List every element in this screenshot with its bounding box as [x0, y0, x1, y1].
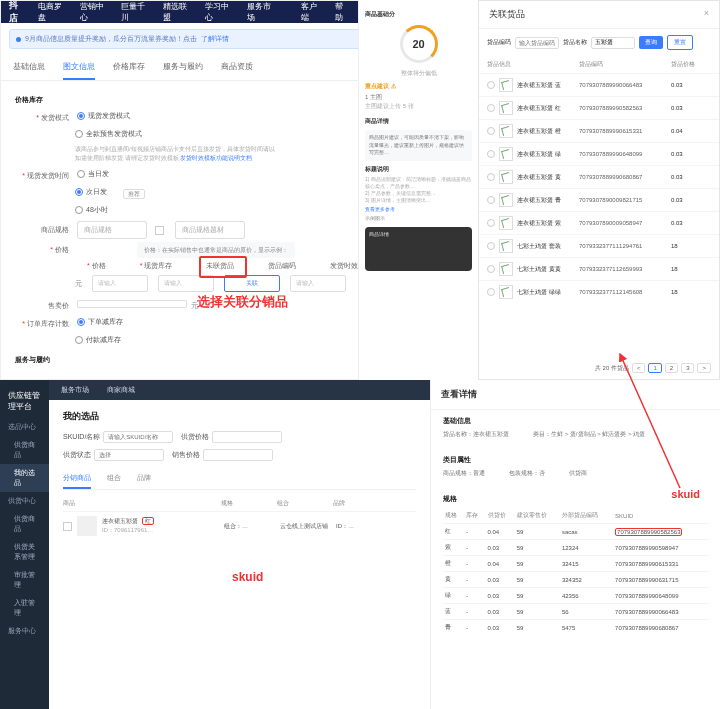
- modal-row[interactable]: 连衣裙五彩蛋 红70793078899905825630.03: [479, 96, 719, 119]
- row-radio[interactable]: [487, 81, 495, 89]
- reset-button[interactable]: 重置: [667, 35, 693, 50]
- ana-detail-title: 商品详情: [365, 117, 472, 126]
- nav-right[interactable]: 帮助: [335, 1, 350, 23]
- sku-search-input[interactable]: [103, 431, 173, 443]
- modal-row[interactable]: 连衣裙五彩蛋 青70793078900098217150.03: [479, 188, 719, 211]
- alert-link[interactable]: 了解详情: [201, 34, 229, 44]
- info-icon: [16, 37, 21, 42]
- recommended-tag: 推荐: [123, 189, 145, 199]
- row-radio[interactable]: [487, 104, 495, 112]
- tab[interactable]: 价格库存: [113, 55, 145, 80]
- row-thumb: [499, 262, 513, 276]
- nav-item[interactable]: 电商罗盘: [38, 1, 68, 23]
- sku-variant-highlight: 红: [142, 517, 154, 525]
- pager-next[interactable]: >: [697, 363, 711, 373]
- nav-item[interactable]: 服务市场: [247, 1, 277, 23]
- sidebar-item[interactable]: 入驻管理: [0, 594, 49, 622]
- goods-name-input[interactable]: [591, 37, 635, 49]
- supply-cols: 商品规格组合品牌: [63, 496, 416, 511]
- modal-row[interactable]: 连衣裙五彩蛋 橙70793078899906153310.04: [479, 119, 719, 142]
- score-ring: 20: [400, 25, 438, 63]
- row-radio[interactable]: [487, 219, 495, 227]
- row-thumb: [77, 516, 97, 536]
- modal-row[interactable]: 连衣裙五彩蛋 紫70793078900090589470.03: [479, 211, 719, 234]
- row-radio[interactable]: [487, 288, 495, 296]
- annotation-box-link: [199, 256, 247, 278]
- radio-same-day[interactable]: 当日发: [77, 169, 109, 179]
- row-radio[interactable]: [487, 173, 495, 181]
- search-button[interactable]: 查询: [639, 36, 663, 49]
- row-radio[interactable]: [487, 150, 495, 158]
- spec-row: 橙-0.0459324157079307889990615331: [443, 556, 708, 572]
- sidebar-item[interactable]: 供货商品: [0, 436, 49, 464]
- code-input[interactable]: 请输入: [290, 275, 346, 292]
- radio-presale[interactable]: 全款预售发货模式: [75, 129, 142, 139]
- row-thumb: [499, 170, 513, 184]
- radio-ship-now[interactable]: 现货发货模式: [77, 111, 130, 121]
- spec-row: 蓝-0.0359567079307889990066483: [443, 604, 708, 620]
- modal-row[interactable]: 七彩土鸡蛋 绿绿707933237711214560818: [479, 280, 719, 303]
- tab-active[interactable]: 图文信息: [63, 55, 95, 80]
- supply-row[interactable]: 连衣裙五彩蛋 红 ID：7096117961… 组合：… 云仓线上测试店铺 ID…: [63, 511, 416, 540]
- analytics-panel: 商品基础分 20 整体得分偏低 重点建议 ⚠ 1 主图 主图建议上传 5 张 商…: [358, 0, 478, 380]
- tab[interactable]: 基础信息: [13, 55, 45, 80]
- nav-right[interactable]: 客户端: [301, 1, 323, 23]
- sell-price-input[interactable]: [77, 300, 187, 308]
- radio-next-day[interactable]: 次日发: [75, 187, 107, 197]
- sidebar-item[interactable]: 供货商品: [0, 510, 49, 538]
- ana-suggest-title: 重点建议 ⚠: [365, 82, 472, 91]
- goods-code-input[interactable]: [515, 37, 559, 49]
- row-radio[interactable]: [487, 265, 495, 273]
- supply-status-select[interactable]: [94, 449, 164, 461]
- sidebar-item[interactable]: 供货关系管理: [0, 538, 49, 566]
- row-radio[interactable]: [487, 127, 495, 135]
- modal-row[interactable]: 连衣裙五彩蛋 绿70793078899906480990.03: [479, 142, 719, 165]
- pager-3[interactable]: 3: [681, 363, 694, 373]
- price-input[interactable]: 请输入: [92, 275, 148, 292]
- supply-page-title: 我的选品: [63, 410, 416, 423]
- row-thumb: [499, 193, 513, 207]
- ana-title: 商品基础分: [365, 10, 472, 19]
- row-radio[interactable]: [487, 242, 495, 250]
- modal-row[interactable]: 七彩土鸡蛋 套装707933237711129476118: [479, 234, 719, 257]
- spec-row: 绿-0.0359423567079307889990648099: [443, 588, 708, 604]
- modal-row[interactable]: 连衣裙五彩蛋 蓝70793078899900664830.03: [479, 73, 719, 96]
- nav-item[interactable]: 巨量千川: [121, 1, 151, 23]
- modal-row[interactable]: 连衣裙五彩蛋 黄70793078899906808670.03: [479, 165, 719, 188]
- supply-topbar: 服务市场 商家商城: [49, 380, 430, 400]
- nav-item[interactable]: 营销中心: [80, 1, 110, 23]
- detail-title: 查看详情: [431, 380, 720, 410]
- row-thumb: [499, 147, 513, 161]
- close-icon[interactable]: ×: [704, 8, 709, 21]
- doudian-logo: 抖店: [9, 0, 26, 25]
- label-spec: 商品规格: [15, 225, 69, 235]
- ship-doc-link[interactable]: 发货时效模板功能说明文档: [180, 155, 252, 161]
- pager-1[interactable]: 1: [648, 363, 661, 373]
- radio-order-reduce[interactable]: 下单减库存: [77, 317, 123, 327]
- modal-row[interactable]: 七彩土鸡蛋 黄黄707933237711265999318: [479, 257, 719, 280]
- link-goods-modal: 关联货品 × 货品编码 货品名称 查询 重置 货品信息货品编码货品价格 连衣裙五…: [478, 0, 720, 380]
- alert-text: 9月商品信息质量提升奖励，瓜分百万流量券奖励！点击: [25, 34, 197, 44]
- sidebar-item[interactable]: 审批管理: [0, 566, 49, 594]
- pager-2[interactable]: 2: [665, 363, 678, 373]
- modal-title: 关联货品: [489, 8, 525, 21]
- row-radio[interactable]: [487, 196, 495, 204]
- pager-prev[interactable]: <: [632, 363, 646, 373]
- supply-price-input[interactable]: [212, 431, 282, 443]
- tab[interactable]: 服务与履约: [163, 55, 203, 80]
- tab[interactable]: 商品资质: [221, 55, 253, 80]
- row-checkbox[interactable]: [63, 522, 72, 531]
- sidebar-item-active[interactable]: 我的选品: [0, 464, 49, 492]
- radio-48h[interactable]: 48小时: [75, 205, 108, 215]
- spec-select[interactable]: 商品规格: [77, 221, 147, 239]
- radio-pay-reduce[interactable]: 付款减库存: [75, 335, 121, 345]
- spec-checkbox[interactable]: [155, 226, 164, 235]
- ana-more-link[interactable]: 查看更多参考: [365, 206, 472, 212]
- nav-item[interactable]: 精选联盟: [163, 1, 193, 23]
- row-thumb: [499, 124, 513, 138]
- sale-price-input[interactable]: [203, 449, 273, 461]
- row-thumb: [499, 239, 513, 253]
- spec-theme[interactable]: 商品规格题材: [175, 221, 245, 239]
- modal-pager: 共 20 件货品 < 1 2 3 >: [595, 363, 711, 373]
- nav-item[interactable]: 学习中心: [205, 1, 235, 23]
